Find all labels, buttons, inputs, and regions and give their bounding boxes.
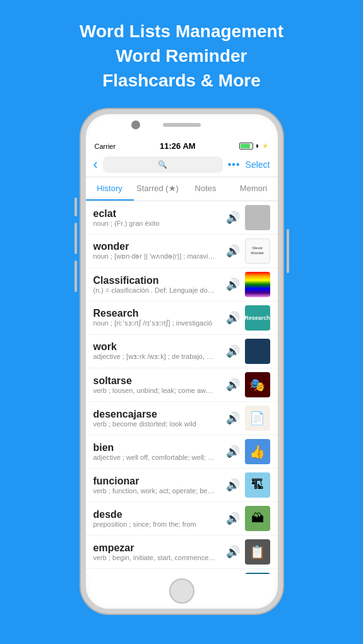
volume-up-button [74,223,77,254]
list-item[interactable]: bien adjective ; well off, comfortable; … [86,435,278,469]
select-button[interactable]: Select [246,160,270,170]
tab-memori[interactable]: Memori [230,177,278,201]
list-item[interactable]: funcionar verb ; function, work; act; op… [86,469,278,502]
word-title: Research [93,308,221,319]
word-text: wonder noun ; [wɒn·dər || 'wʌndə(r)] ; m… [93,241,221,261]
screen: Carrier 11:26 AM ⚡ ‹ 🔍 ••• Select [86,139,278,574]
list-item[interactable]: desde preposition ; since; from the; fro… [86,502,278,536]
sound-button[interactable]: 🔊 [226,411,240,425]
battery-nub [256,144,258,148]
sound-button[interactable]: 🔊 [226,445,240,459]
word-definition: preposition ; since; from the; from [93,520,217,528]
tab-notes[interactable]: Notes [182,177,230,201]
word-text: eclat noun ; (Fr.) gran éxito [93,208,221,227]
battery-indicator [239,143,253,149]
speaker [163,123,201,127]
word-definition: noun ; [riːˈsɜːrtʃ /rɪˈsɜːrtʃ] ; investi… [93,319,217,327]
sound-button[interactable]: 🔊 [226,278,240,291]
word-title: empezar [93,542,221,554]
word-title: Classification [93,275,221,286]
sound-button[interactable]: 🔊 [226,211,240,225]
word-title: wonder [93,241,221,252]
search-box[interactable]: 🔍 [103,156,223,173]
navigation-bar: ‹ 🔍 ••• Select [86,153,278,177]
more-button[interactable]: ••• [228,159,241,170]
word-thumbnail: Stevie Wonder [245,238,270,264]
word-thumbnail: 🏗 [245,472,270,498]
power-button [287,229,289,273]
word-list: eclat noun ; (Fr.) gran éxito 🔊 wonder n… [86,201,278,574]
phone-shell: Carrier 11:26 AM ⚡ ‹ 🔍 ••• Select [81,109,283,614]
word-text: desencajarse verb ; become distorted; lo… [93,409,221,428]
word-thumbnail [245,272,270,297]
search-icon: 🔍 [158,160,167,169]
word-definition: noun ; (Fr.) gran éxito [93,220,217,227]
word-title: desde [93,509,221,520]
list-item[interactable]: empezar verb ; begin, initiate, start, c… [86,536,278,569]
volume-down-button [74,261,77,292]
list-item[interactable]: wonder noun ; [wɒn·dər || 'wʌndə(r)] ; m… [86,235,278,268]
word-text: desde preposition ; since; from the; fro… [93,509,221,528]
sound-button[interactable]: 🔊 [226,512,240,525]
list-item[interactable]: Research noun ; [riːˈsɜːrtʃ /rɪˈsɜːrtʃ] … [86,302,278,335]
word-text: funcionar verb ; function, work; act; op… [93,476,221,495]
word-text: Classification (n.) = clasificación . De… [93,275,221,294]
word-definition: adjective ; [wɜːrk /wɜːk] ; de trabajo, … [93,353,217,361]
word-text: bien adjective ; well off, comfortable; … [93,442,221,461]
word-definition: verb ; become distorted; look wild [93,420,217,428]
back-button[interactable]: ‹ [93,156,98,173]
tab-starred[interactable]: Starred (★) [134,177,182,201]
list-item[interactable]: work adjective ; [wɜːrk /wɜːk] ; de trab… [86,335,278,368]
tab-history[interactable]: History [86,177,134,201]
word-thumbnail: 📄 [245,406,270,431]
word-thumbnail: 🎭 [245,372,270,397]
word-thumbnail: 🏔 [245,506,270,531]
hero-line2: Word Reminder [80,44,283,68]
sound-button[interactable]: 🔊 [226,344,240,358]
charging-icon: ⚡ [262,143,268,149]
word-definition: verb ; loosen, unbind; leak; come away; … [93,387,217,394]
word-title: soltarse [93,375,221,387]
list-item[interactable]: from = a partir de, de, desde . Ex: From… [86,569,278,574]
word-title: work [93,341,221,353]
battery-fill [241,144,250,148]
word-text: work adjective ; [wɜːrk /wɜːk] ; de trab… [93,341,221,361]
list-item[interactable]: Classification (n.) = clasificación . De… [86,268,278,302]
word-thumbnail: Research [245,305,270,331]
sound-button[interactable]: 🔊 [226,244,240,258]
list-item[interactable]: soltarse verb ; loosen, unbind; leak; co… [86,368,278,402]
word-title: funcionar [93,476,221,487]
status-bar: Carrier 11:26 AM ⚡ [86,139,278,153]
word-thumbnail [245,205,270,230]
word-definition: verb ; function, work; act; operate; beh… [93,487,217,495]
word-definition: verb ; begin, initiate, start, commence,… [93,554,217,561]
word-text: empezar verb ; begin, initiate, start, c… [93,542,221,561]
word-thumbnail: 👍 [245,439,270,464]
tab-bar: History Starred (★) Notes Memori [86,177,278,201]
word-text: soltarse verb ; loosen, unbind; leak; co… [93,375,221,394]
sound-button[interactable]: 🔊 [226,545,240,559]
word-thumbnail: 📋 [245,539,270,565]
sound-button[interactable]: 🔊 [226,478,240,492]
hero-text: Word Lists Management Word Reminder Flas… [67,0,296,106]
phone-mockup: Carrier 11:26 AM ⚡ ‹ 🔍 ••• Select [81,109,283,614]
word-text: Research noun ; [riːˈsɜːrtʃ /rɪˈsɜːrtʃ] … [93,308,221,327]
word-title: bien [93,442,221,454]
carrier-label: Carrier [95,143,116,150]
hero-line3: Flashcards & More [80,68,283,93]
sound-button[interactable]: 🔊 [226,311,240,325]
time-label: 11:26 AM [160,141,196,151]
word-definition: (n.) = clasificación . Def: Lenguaje doc… [93,286,217,294]
word-thumbnail: 🌊 [245,573,270,574]
word-definition: noun ; [wɒn·dər || 'wʌndə(r)] ; maravill… [93,252,217,261]
word-title: eclat [93,208,221,220]
status-indicators: ⚡ [239,143,268,149]
list-item[interactable]: eclat noun ; (Fr.) gran éxito 🔊 [86,201,278,235]
home-button[interactable] [169,578,194,604]
volume-mute-button [74,197,77,216]
list-item[interactable]: desencajarse verb ; become distorted; lo… [86,402,278,435]
sound-button[interactable]: 🔊 [226,378,240,392]
hero-line1: Word Lists Management [80,19,283,44]
word-title: desencajarse [93,409,221,420]
camera-icon [131,120,140,129]
